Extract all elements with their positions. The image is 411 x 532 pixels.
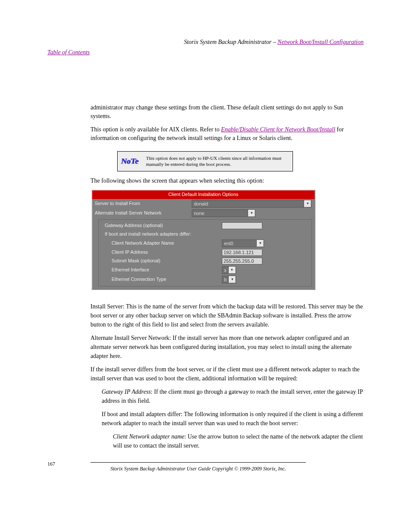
below-screenshot-text: Install Server: This is the name of the … bbox=[90, 302, 364, 450]
note-box: NoTe This option does not apply to HP-UX… bbox=[117, 151, 293, 171]
eth-if-select[interactable]: s ▾ bbox=[222, 266, 236, 274]
p-alt-server: Alternate Install Server Network: If the… bbox=[90, 333, 364, 361]
row-eth-conn: Ethernet Connection Type b ▾ bbox=[99, 275, 311, 284]
client-ip-label: Client IP Address bbox=[101, 249, 222, 256]
gateway-label: Gateway Address (optional) bbox=[101, 222, 222, 229]
p-client-adapter: Client Network adapter name: Use the arr… bbox=[113, 432, 364, 450]
chevron-down-icon[interactable]: ▾ bbox=[229, 276, 236, 283]
server-install-value: donald bbox=[192, 200, 304, 207]
alt-server-label: Alternate Install Server Network bbox=[95, 210, 192, 217]
eth-conn-value: b bbox=[222, 276, 229, 283]
note-text: This option does not apply to HP-UX clie… bbox=[142, 152, 293, 171]
toc-link[interactable]: Table of Contents bbox=[47, 49, 90, 56]
header-prefix: Storix System Backup Administrator bbox=[184, 39, 271, 45]
eth-conn-select[interactable]: b ▾ bbox=[222, 276, 236, 283]
note-icon: NoTe bbox=[118, 152, 142, 171]
chevron-down-icon[interactable]: ▾ bbox=[257, 240, 264, 247]
footer-separator bbox=[90, 462, 306, 463]
page-number: 167 bbox=[47, 461, 55, 467]
subnet-label: Subnet Mask (optional) bbox=[101, 258, 222, 264]
server-install-select[interactable]: donald ▾ bbox=[192, 200, 311, 208]
adapter-name-label: Client Network Adapter Name bbox=[101, 240, 222, 247]
row-gateway: Gateway Address (optional) bbox=[99, 221, 311, 230]
server-install-label: Server to Install From bbox=[95, 200, 192, 207]
row-eth-if: Ethernet Interface s ▾ bbox=[99, 265, 311, 275]
subnet-input[interactable]: 255.255.255.0 bbox=[222, 258, 262, 264]
adapter-name-select[interactable]: ent0 ▾ bbox=[222, 240, 264, 247]
row-if-differ: If boot and install network adapters dif… bbox=[99, 230, 311, 239]
page-header: Storix System Backup Administrator – Net… bbox=[47, 39, 364, 46]
install-options-dialog: Client Default Installation Options Serv… bbox=[91, 190, 315, 290]
header-section-link[interactable]: Network Boot/Install Configuration bbox=[277, 39, 364, 45]
reference-paragraph: This option is only available for AIX cl… bbox=[90, 125, 364, 143]
dialog-title: Client Default Installation Options bbox=[92, 190, 314, 199]
chevron-down-icon[interactable]: ▾ bbox=[229, 267, 236, 274]
alt-server-value: none bbox=[192, 210, 248, 217]
footer-text: Storix System Backup Administrator User … bbox=[90, 465, 306, 473]
row-subnet: Subnet Mask (optional) 255.255.255.0 bbox=[99, 257, 311, 265]
chevron-down-icon[interactable]: ▾ bbox=[248, 210, 255, 217]
p-boot-install-differ: If boot and install adapters differ: The… bbox=[102, 410, 364, 428]
intro-paragraph: administrator may change these settings … bbox=[90, 103, 364, 121]
row-client-ip: Client IP Address 192.168.1.121 bbox=[99, 248, 311, 257]
p-install-server: Install Server: This is the name of the … bbox=[90, 302, 364, 329]
gateway-input[interactable] bbox=[222, 222, 262, 229]
main-content: administrator may change these settings … bbox=[90, 103, 364, 473]
network-subpanel: Gateway Address (optional) If boot and i… bbox=[98, 219, 312, 286]
p-gateway: Gateway IP Address: If the client must g… bbox=[102, 387, 364, 405]
client-ip-input[interactable]: 192.168.1.121 bbox=[222, 249, 262, 256]
enable-disable-link[interactable]: Enable/Disable Client for Network Boot/I… bbox=[221, 126, 335, 133]
row-server-install: Server to Install From donald ▾ bbox=[92, 199, 314, 208]
chevron-down-icon[interactable]: ▾ bbox=[304, 200, 311, 207]
p-if-differs: If the install server differs from the b… bbox=[90, 365, 364, 383]
eth-if-value: s bbox=[222, 267, 229, 274]
pre-screenshot-text: The following shows the screen that appe… bbox=[90, 177, 364, 185]
if-differ-text: If boot and install network adapters dif… bbox=[101, 231, 309, 238]
adapter-name-value: ent0 bbox=[222, 240, 257, 247]
eth-if-label: Ethernet Interface bbox=[101, 267, 222, 274]
row-adapter-name: Client Network Adapter Name ent0 ▾ bbox=[99, 239, 311, 248]
row-alt-server: Alternate Install Server Network none ▾ bbox=[92, 208, 314, 218]
eth-conn-label: Ethernet Connection Type bbox=[101, 276, 222, 283]
alt-server-select[interactable]: none ▾ bbox=[192, 209, 255, 217]
